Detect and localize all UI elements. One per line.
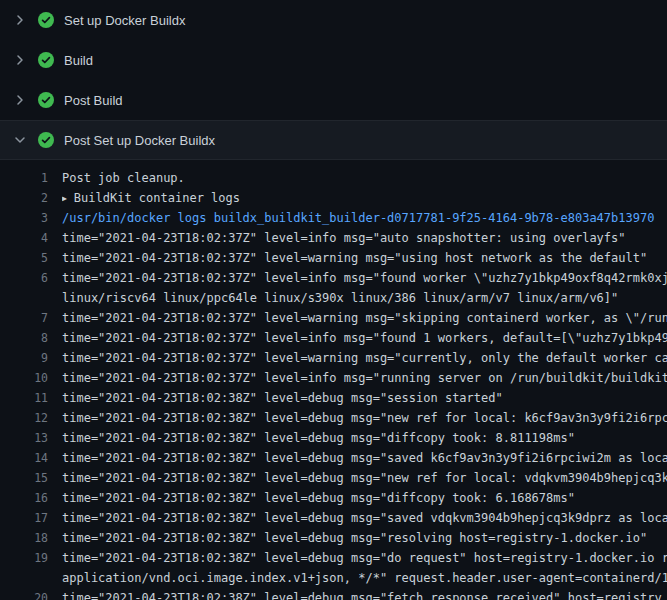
line-number[interactable]: 7 [0, 308, 62, 328]
log-row: 4time="2021-04-23T18:02:37Z" level=info … [0, 228, 667, 248]
step-header-setup-docker-buildx[interactable]: Set up Docker Buildx [0, 0, 667, 40]
log-text: time="2021-04-23T18:02:37Z" level=info m… [62, 228, 667, 248]
step-header-post-setup-docker-buildx[interactable]: Post Set up Docker Buildx [0, 120, 667, 160]
log-text: time="2021-04-23T18:02:37Z" level=warnin… [62, 248, 667, 268]
log-row: 20time="2021-04-23T18:02:38Z" level=debu… [0, 588, 667, 600]
log-panel: 1Post job cleanup.2▶BuildKit container l… [0, 160, 667, 600]
line-number[interactable]: 15 [0, 468, 62, 488]
log-text: time="2021-04-23T18:02:37Z" level=warnin… [62, 348, 667, 368]
line-number[interactable]: 4 [0, 228, 62, 248]
log-text: time="2021-04-23T18:02:38Z" level=debug … [62, 548, 667, 568]
log-text: application/vnd.oci.image.index.v1+json,… [62, 568, 667, 588]
log-row: 13time="2021-04-23T18:02:38Z" level=debu… [0, 428, 667, 448]
log-text: time="2021-04-23T18:02:38Z" level=debug … [62, 468, 667, 488]
chevron-right-icon [12, 52, 28, 68]
check-circle-icon [38, 92, 54, 108]
line-number[interactable]: 18 [0, 528, 62, 548]
log-text: time="2021-04-23T18:02:38Z" level=debug … [62, 488, 667, 508]
log-row: 15time="2021-04-23T18:02:38Z" level=debu… [0, 468, 667, 488]
line-number[interactable]: 17 [0, 508, 62, 528]
log-text: time="2021-04-23T18:02:38Z" level=debug … [62, 448, 667, 468]
log-row: 2▶BuildKit container logs [0, 188, 667, 208]
line-number[interactable]: 12 [0, 408, 62, 428]
step-label: Set up Docker Buildx [64, 13, 185, 28]
log-text: time="2021-04-23T18:02:38Z" level=debug … [62, 528, 667, 548]
log-text: time="2021-04-23T18:02:37Z" level=info m… [62, 268, 667, 288]
line-number [0, 568, 62, 588]
job-steps-list: Set up Docker Buildx Build Post Build Po… [0, 0, 667, 160]
log-text: time="2021-04-23T18:02:38Z" level=debug … [62, 588, 667, 600]
line-number[interactable]: 2 [0, 188, 62, 208]
check-circle-icon [38, 52, 54, 68]
log-row: 16time="2021-04-23T18:02:38Z" level=debu… [0, 488, 667, 508]
step-header-post-build[interactable]: Post Build [0, 80, 667, 120]
log-text: time="2021-04-23T18:02:37Z" level=warnin… [62, 308, 667, 328]
line-number[interactable]: 14 [0, 448, 62, 468]
line-number[interactable]: 19 [0, 548, 62, 568]
line-number[interactable]: 8 [0, 328, 62, 348]
log-row: 18time="2021-04-23T18:02:38Z" level=debu… [0, 528, 667, 548]
log-command-text: /usr/bin/docker logs buildx_buildkit_bui… [62, 208, 667, 228]
step-header-build[interactable]: Build [0, 40, 667, 80]
line-number[interactable]: 11 [0, 388, 62, 408]
step-label: Post Build [64, 93, 123, 108]
log-row: 9time="2021-04-23T18:02:37Z" level=warni… [0, 348, 667, 368]
step-label: Post Set up Docker Buildx [64, 133, 215, 148]
log-row: 14time="2021-04-23T18:02:38Z" level=debu… [0, 448, 667, 468]
check-circle-icon [38, 12, 54, 28]
line-number[interactable]: 13 [0, 428, 62, 448]
log-row: 1Post job cleanup. [0, 168, 667, 188]
line-number[interactable]: 6 [0, 268, 62, 288]
line-number[interactable]: 16 [0, 488, 62, 508]
log-text: time="2021-04-23T18:02:37Z" level=info m… [62, 328, 667, 348]
line-number[interactable]: 1 [0, 168, 62, 188]
step-label: Build [64, 53, 93, 68]
log-text: time="2021-04-23T18:02:38Z" level=debug … [62, 388, 667, 408]
group-expand-icon: ▶ [62, 189, 67, 208]
log-row: 11time="2021-04-23T18:02:38Z" level=debu… [0, 388, 667, 408]
log-row: 19time="2021-04-23T18:02:38Z" level=debu… [0, 548, 667, 568]
log-row: 10time="2021-04-23T18:02:37Z" level=info… [0, 368, 667, 388]
log-row: 6time="2021-04-23T18:02:37Z" level=info … [0, 268, 667, 288]
line-number[interactable]: 3 [0, 208, 62, 228]
log-text: time="2021-04-23T18:02:38Z" level=debug … [62, 408, 667, 428]
chevron-right-icon [12, 12, 28, 28]
log-row: 5time="2021-04-23T18:02:37Z" level=warni… [0, 248, 667, 268]
chevron-right-icon [12, 92, 28, 108]
line-number[interactable]: 5 [0, 248, 62, 268]
log-text: time="2021-04-23T18:02:38Z" level=debug … [62, 428, 667, 448]
log-row: 7time="2021-04-23T18:02:37Z" level=warni… [0, 308, 667, 328]
log-row: 12time="2021-04-23T18:02:38Z" level=debu… [0, 408, 667, 428]
line-number [0, 288, 62, 308]
log-text: linux/riscv64 linux/ppc64le linux/s390x … [62, 288, 667, 308]
log-row: 8time="2021-04-23T18:02:37Z" level=info … [0, 328, 667, 348]
log-row: 3/usr/bin/docker logs buildx_buildkit_bu… [0, 208, 667, 228]
check-circle-icon [38, 132, 54, 148]
log-row: 17time="2021-04-23T18:02:38Z" level=debu… [0, 508, 667, 528]
log-row: linux/riscv64 linux/ppc64le linux/s390x … [0, 288, 667, 308]
log-group-toggle[interactable]: ▶BuildKit container logs [62, 188, 667, 208]
line-number[interactable]: 20 [0, 588, 62, 600]
log-text: time="2021-04-23T18:02:38Z" level=debug … [62, 508, 667, 528]
log-text: time="2021-04-23T18:02:37Z" level=info m… [62, 368, 667, 388]
chevron-down-icon [12, 132, 28, 148]
line-number[interactable]: 9 [0, 348, 62, 368]
log-row: application/vnd.oci.image.index.v1+json,… [0, 568, 667, 588]
log-text: Post job cleanup. [62, 168, 667, 188]
line-number[interactable]: 10 [0, 368, 62, 388]
